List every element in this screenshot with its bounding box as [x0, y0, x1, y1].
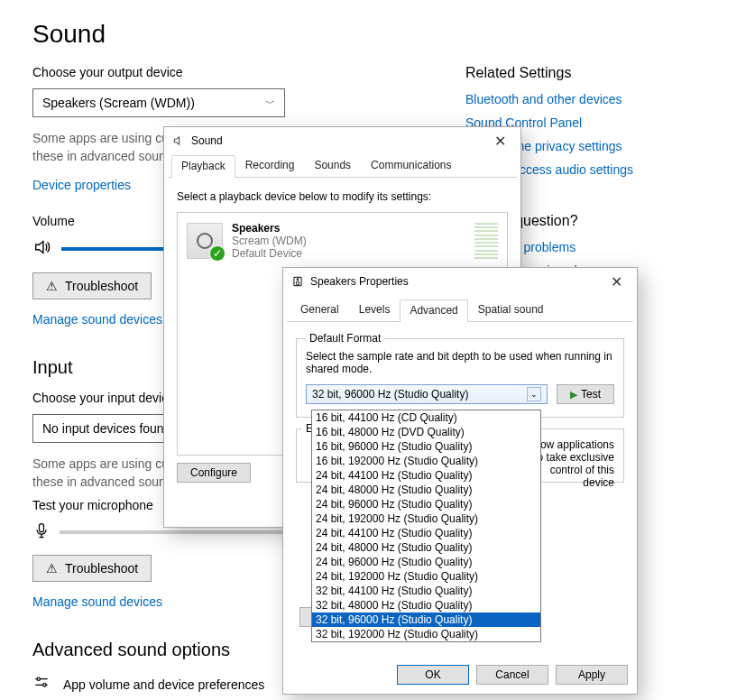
tab-sounds[interactable]: Sounds	[304, 154, 361, 177]
ok-button[interactable]: OK	[397, 665, 469, 685]
sound-dialog-titlebar[interactable]: Sound ✕	[164, 127, 520, 154]
app-volume-label: App volume and device preferences	[63, 677, 264, 692]
default-format-group: Default Format Select the sample rate an…	[296, 338, 624, 418]
output-choose-label: Choose your output device	[32, 65, 411, 79]
format-option[interactable]: 32 bit, 44100 Hz (Studio Quality)	[312, 584, 540, 598]
warning-icon: ⚠	[46, 561, 58, 576]
sound-dialog-title: Sound	[191, 134, 223, 147]
format-option[interactable]: 24 bit, 96000 Hz (Studio Quality)	[312, 555, 540, 569]
format-option[interactable]: 16 bit, 48000 Hz (DVD Quality)	[312, 425, 540, 439]
playback-device-row[interactable]: ✓ Speakers Scream (WDM) Default Device	[183, 218, 502, 263]
default-format-desc: Select the sample rate and bit depth to …	[306, 350, 614, 375]
props-dialog-title: Speakers Properties	[310, 275, 409, 288]
props-dialog-titlebar[interactable]: Speakers Properties ✕	[283, 268, 637, 295]
props-dialog-tabs: General Levels Advanced Spatial sound	[287, 299, 633, 322]
tab-advanced[interactable]: Advanced	[400, 299, 467, 322]
format-option[interactable]: 24 bit, 44100 Hz (Studio Quality)	[312, 468, 540, 483]
format-option[interactable]: 24 bit, 96000 Hz (Studio Quality)	[312, 497, 540, 511]
format-option[interactable]: 16 bit, 44100 Hz (CD Quality)	[312, 410, 540, 425]
tab-spatial-sound[interactable]: Spatial sound	[468, 299, 554, 321]
svg-point-2	[43, 684, 46, 686]
input-troubleshoot-button[interactable]: ⚠ Troubleshoot	[32, 555, 152, 582]
tab-general[interactable]: General	[290, 299, 349, 321]
props-dialog-footer: OK Cancel Apply	[397, 665, 628, 685]
link-bluetooth[interactable]: Bluetooth and other devices	[465, 92, 718, 106]
svg-point-4	[296, 281, 299, 285]
warning-icon: ⚠	[46, 279, 58, 293]
sound-dialog-icon	[171, 134, 186, 148]
close-icon[interactable]: ✕	[487, 133, 513, 150]
svg-point-5	[297, 279, 299, 281]
device-name: Speakers	[232, 222, 307, 235]
test-label: Test	[581, 388, 601, 401]
format-option[interactable]: 24 bit, 192000 Hz (Studio Quality)	[312, 569, 540, 584]
tab-playback[interactable]: Playback	[171, 155, 235, 178]
props-dialog-icon	[290, 274, 305, 289]
cancel-button[interactable]: Cancel	[476, 665, 548, 685]
play-icon: ▶	[570, 389, 577, 401]
chevron-down-icon: ﹀	[265, 97, 275, 110]
default-check-icon: ✓	[209, 245, 226, 262]
close-icon[interactable]: ✕	[603, 273, 630, 290]
default-format-value: 32 bit, 96000 Hz (Studio Quality)	[312, 388, 468, 401]
input-device-value: No input devices found	[42, 421, 170, 436]
svg-rect-0	[40, 524, 44, 532]
related-settings-heading: Related Settings	[465, 65, 718, 81]
device-sub: Scream (WDM)	[232, 235, 307, 247]
chevron-down-icon: ⌄	[527, 387, 541, 401]
format-option[interactable]: 16 bit, 96000 Hz (Studio Quality)	[312, 439, 540, 454]
device-status: Default Device	[232, 247, 307, 260]
microphone-icon	[32, 521, 51, 542]
configure-button[interactable]: Configure	[177, 463, 251, 483]
tab-levels[interactable]: Levels	[349, 299, 401, 321]
default-format-legend: Default Format	[306, 332, 384, 345]
sliders-icon	[32, 673, 51, 695]
playback-instruction: Select a playback device below to modify…	[177, 190, 508, 203]
format-option[interactable]: 16 bit, 192000 Hz (Studio Quality)	[312, 454, 540, 468]
format-option[interactable]: 24 bit, 48000 Hz (Studio Quality)	[312, 540, 540, 555]
level-meter-icon	[474, 223, 498, 259]
format-option[interactable]: 24 bit, 192000 Hz (Studio Quality)	[312, 511, 540, 526]
default-format-dropdown[interactable]: 16 bit, 44100 Hz (CD Quality)16 bit, 480…	[311, 410, 541, 642]
format-option[interactable]: 24 bit, 44100 Hz (Studio Quality)	[312, 526, 540, 540]
tab-communications[interactable]: Communications	[361, 154, 461, 177]
format-option[interactable]: 32 bit, 192000 Hz (Studio Quality)	[312, 627, 540, 641]
speaker-device-icon: ✓	[187, 223, 223, 259]
page-title: Sound	[32, 20, 723, 49]
format-option[interactable]: 24 bit, 48000 Hz (Studio Quality)	[312, 483, 540, 497]
format-option[interactable]: 32 bit, 48000 Hz (Studio Quality)	[312, 598, 540, 612]
svg-point-1	[37, 677, 40, 680]
output-device-select[interactable]: Speakers (Scream (WDM)) ﹀	[32, 88, 285, 117]
format-option[interactable]: 32 bit, 96000 Hz (Studio Quality)	[312, 612, 540, 627]
output-device-value: Speakers (Scream (WDM))	[42, 96, 195, 110]
test-button[interactable]: ▶ Test	[557, 384, 614, 404]
device-properties-link[interactable]: Device properties	[32, 178, 131, 192]
output-troubleshoot-label: Troubleshoot	[65, 279, 138, 293]
speaker-icon	[32, 237, 52, 260]
sound-dialog-tabs: Playback Recording Sounds Communications	[168, 154, 517, 178]
apply-button[interactable]: Apply	[556, 665, 628, 685]
tab-recording[interactable]: Recording	[235, 154, 305, 177]
input-troubleshoot-label: Troubleshoot	[65, 561, 138, 576]
default-format-select[interactable]: 32 bit, 96000 Hz (Studio Quality) ⌄	[306, 384, 548, 404]
input-manage-link[interactable]: Manage sound devices	[32, 594, 162, 609]
output-troubleshoot-button[interactable]: ⚠ Troubleshoot	[32, 272, 152, 299]
output-manage-link[interactable]: Manage sound devices	[32, 312, 162, 327]
